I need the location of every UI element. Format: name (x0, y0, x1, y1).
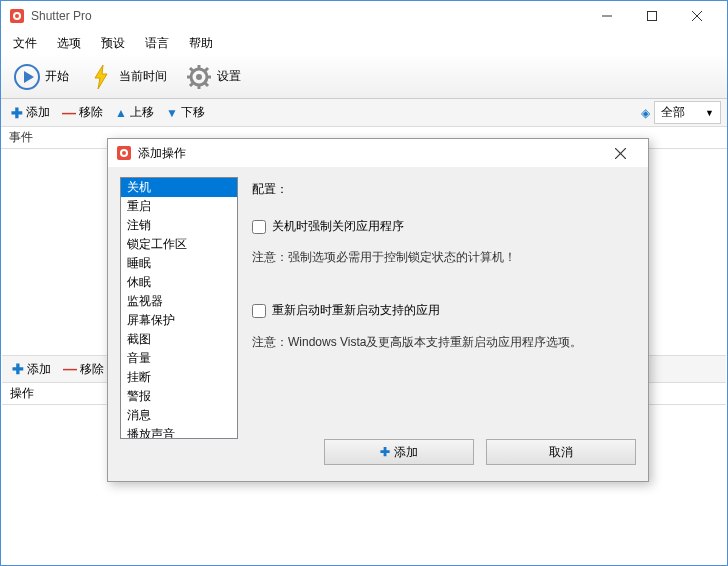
menu-help[interactable]: 帮助 (181, 33, 221, 54)
lightning-icon (87, 63, 115, 91)
arrow-up-icon: ▲ (115, 106, 127, 120)
window-controls (584, 2, 719, 30)
force-close-checkbox[interactable] (252, 220, 266, 234)
action-list-item[interactable]: 注销 (121, 216, 237, 235)
dialog-add-button[interactable]: ✚ 添加 (324, 439, 474, 465)
menu-presets[interactable]: 预设 (93, 33, 133, 54)
action-list-item[interactable]: 消息 (121, 406, 237, 425)
action-list-item[interactable]: 截图 (121, 330, 237, 349)
dialog-title: 添加操作 (138, 145, 600, 162)
add-action-dialog: 添加操作 关机重启注销锁定工作区睡眠休眠监视器屏幕保护截图音量挂断警报消息播放声… (107, 138, 649, 482)
svg-point-22 (122, 151, 126, 155)
config-label: 配置： (252, 181, 636, 198)
svg-point-2 (15, 14, 19, 18)
config-panel: 配置： 关机时强制关闭应用程序 注意：强制选项必需用于控制锁定状态的计算机！ 重… (252, 177, 636, 439)
action-list-item[interactable]: 休眠 (121, 273, 237, 292)
plus-icon: ✚ (380, 445, 390, 459)
action-list-item[interactable]: 监视器 (121, 292, 237, 311)
force-close-note: 注意：强制选项必需用于控制锁定状态的计算机！ (252, 249, 636, 266)
events-toolbar: ✚添加 —移除 ▲上移 ▼下移 ◈ 全部▼ (1, 99, 727, 127)
minimize-button[interactable] (584, 2, 629, 30)
minus-icon: — (62, 105, 76, 121)
play-icon (13, 63, 41, 91)
action-type-list[interactable]: 关机重启注销锁定工作区睡眠休眠监视器屏幕保护截图音量挂断警报消息播放声音运行程序… (120, 177, 238, 439)
svg-line-17 (205, 83, 208, 86)
svg-line-19 (205, 68, 208, 71)
target-icon: ◈ (641, 106, 650, 120)
move-down-button[interactable]: ▼下移 (162, 102, 209, 123)
remove-label: 移除 (79, 104, 103, 121)
restart-apps-checkbox-row[interactable]: 重新启动时重新启动支持的应用 (252, 302, 636, 319)
settings-label: 设置 (217, 68, 241, 85)
app-icon (116, 145, 132, 161)
remove-event-button[interactable]: —移除 (58, 102, 107, 123)
dialog-title-bar: 添加操作 (108, 139, 648, 167)
settings-button[interactable]: 设置 (177, 59, 249, 95)
svg-marker-8 (24, 71, 34, 83)
action-list-item[interactable]: 播放声音 (121, 425, 237, 439)
action-list-item[interactable]: 音量 (121, 349, 237, 368)
action-list-item[interactable]: 重启 (121, 197, 237, 216)
arrow-down-icon: ▼ (166, 106, 178, 120)
add-event-button[interactable]: ✚添加 (7, 102, 54, 123)
window-title: Shutter Pro (31, 9, 584, 23)
chevron-down-icon: ▼ (705, 108, 714, 118)
app-icon (9, 8, 25, 24)
menu-bar: 文件 选项 预设 语言 帮助 (1, 31, 727, 55)
svg-line-16 (190, 68, 193, 71)
dialog-button-row: ✚ 添加 取消 (108, 439, 648, 477)
plus-icon: ✚ (11, 105, 23, 121)
gear-icon (185, 63, 213, 91)
menu-language[interactable]: 语言 (137, 33, 177, 54)
menu-options[interactable]: 选项 (49, 33, 89, 54)
action-list-item[interactable]: 关机 (121, 178, 237, 197)
start-button[interactable]: 开始 (5, 59, 77, 95)
title-bar: Shutter Pro (1, 1, 727, 31)
action-list-item[interactable]: 挂断 (121, 368, 237, 387)
start-label: 开始 (45, 68, 69, 85)
add-label: 添加 (26, 104, 50, 121)
restart-apps-checkbox[interactable] (252, 304, 266, 318)
filter-select[interactable]: 全部▼ (654, 101, 721, 124)
force-close-checkbox-row[interactable]: 关机时强制关闭应用程序 (252, 218, 636, 235)
move-up-button[interactable]: ▲上移 (111, 102, 158, 123)
tool-bar: 开始 当前时间 设置 (1, 55, 727, 99)
action-list-item[interactable]: 屏幕保护 (121, 311, 237, 330)
action-column-label: 操作 (10, 385, 34, 402)
close-button[interactable] (674, 2, 719, 30)
up-label: 上移 (130, 104, 154, 121)
svg-line-18 (190, 83, 193, 86)
action-list-item[interactable]: 睡眠 (121, 254, 237, 273)
dialog-add-label: 添加 (394, 444, 418, 461)
restart-apps-note: 注意：Windows Vista及更高版本支持重新启动应用程序选项。 (252, 333, 636, 351)
svg-marker-9 (95, 65, 107, 89)
action-list-item[interactable]: 锁定工作区 (121, 235, 237, 254)
restart-apps-label: 重新启动时重新启动支持的应用 (272, 302, 440, 319)
dialog-cancel-label: 取消 (549, 444, 573, 461)
action-list-item[interactable]: 警报 (121, 387, 237, 406)
maximize-button[interactable] (629, 2, 674, 30)
current-time-button[interactable]: 当前时间 (79, 59, 175, 95)
svg-point-11 (196, 74, 202, 80)
down-label: 下移 (181, 104, 205, 121)
current-time-label: 当前时间 (119, 68, 167, 85)
force-close-label: 关机时强制关闭应用程序 (272, 218, 404, 235)
dialog-cancel-button[interactable]: 取消 (486, 439, 636, 465)
filter-label: 全部 (661, 104, 685, 121)
menu-file[interactable]: 文件 (5, 33, 45, 54)
event-column-label: 事件 (9, 129, 33, 146)
dialog-body: 关机重启注销锁定工作区睡眠休眠监视器屏幕保护截图音量挂断警报消息播放声音运行程序… (108, 167, 648, 439)
svg-rect-4 (647, 12, 656, 21)
dialog-close-button[interactable] (600, 140, 640, 166)
